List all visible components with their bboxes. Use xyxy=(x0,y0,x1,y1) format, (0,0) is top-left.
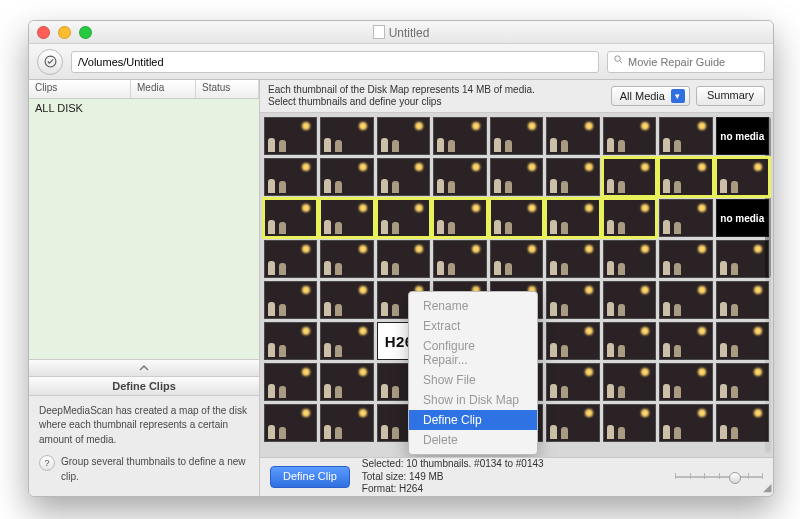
thumb[interactable] xyxy=(264,117,317,155)
thumb[interactable] xyxy=(264,363,317,401)
clip-list[interactable]: ALL DISK xyxy=(29,99,259,359)
thumb[interactable] xyxy=(264,322,317,360)
thumb[interactable] xyxy=(546,404,599,442)
panel-title: Define Clips xyxy=(29,377,259,396)
define-clip-button[interactable]: Define Clip xyxy=(270,466,350,488)
selection-info: Selected: 10 thumbnails. #0134 to #0143 … xyxy=(362,458,544,496)
thumb[interactable] xyxy=(320,281,373,319)
thumb[interactable] xyxy=(659,158,712,196)
thumb[interactable] xyxy=(433,240,486,278)
col-media[interactable]: Media xyxy=(131,80,196,98)
menu-show-in-disk-map[interactable]: Show in Disk Map xyxy=(409,390,537,410)
thumb[interactable] xyxy=(320,117,373,155)
thumb[interactable] xyxy=(546,199,599,237)
thumb[interactable] xyxy=(320,363,373,401)
thumb[interactable] xyxy=(433,199,486,237)
media-filter-select[interactable]: All Media ▾ xyxy=(611,86,690,106)
thumb[interactable] xyxy=(546,158,599,196)
thumb[interactable] xyxy=(320,404,373,442)
summary-button[interactable]: Summary xyxy=(696,86,765,106)
thumb[interactable] xyxy=(320,322,373,360)
thumb[interactable] xyxy=(603,281,656,319)
thumb[interactable] xyxy=(659,322,712,360)
thumb[interactable] xyxy=(659,117,712,155)
thumb[interactable] xyxy=(546,240,599,278)
thumb[interactable] xyxy=(716,158,769,196)
thumb[interactable] xyxy=(490,199,543,237)
titlebar: Untitled xyxy=(29,21,773,44)
help-icon[interactable]: ? xyxy=(39,455,55,471)
menu-configure-repair[interactable]: Configure Repair... xyxy=(409,336,537,370)
search-icon xyxy=(613,54,624,67)
thumb[interactable] xyxy=(377,158,430,196)
footer: Define Clip Selected: 10 thumbnails. #01… xyxy=(260,457,773,496)
thumb[interactable] xyxy=(264,158,317,196)
thumb[interactable] xyxy=(546,322,599,360)
thumb[interactable] xyxy=(603,199,656,237)
thumb[interactable] xyxy=(603,117,656,155)
thumb[interactable] xyxy=(377,199,430,237)
chevron-updown-icon: ▾ xyxy=(671,89,685,103)
help-text: Group several thumbnails to define a new… xyxy=(61,455,249,484)
svg-line-2 xyxy=(620,60,622,62)
thumb[interactable] xyxy=(490,117,543,155)
check-circle-icon xyxy=(44,55,57,68)
resize-handle-icon[interactable]: ◢ xyxy=(763,481,771,494)
menu-rename[interactable]: Rename xyxy=(409,296,537,316)
thumb[interactable] xyxy=(377,117,430,155)
document-icon xyxy=(373,25,385,39)
slider-knob[interactable] xyxy=(729,472,741,484)
thumb[interactable] xyxy=(659,281,712,319)
thumb[interactable] xyxy=(659,404,712,442)
chevron-up-icon xyxy=(139,364,149,372)
menu-extract[interactable]: Extract xyxy=(409,316,537,336)
thumb[interactable] xyxy=(603,322,656,360)
col-clips[interactable]: Clips xyxy=(29,80,131,98)
thumb[interactable] xyxy=(716,322,769,360)
thumb[interactable] xyxy=(716,404,769,442)
thumb[interactable] xyxy=(716,240,769,278)
thumb[interactable] xyxy=(659,240,712,278)
scan-button[interactable] xyxy=(37,49,63,75)
thumb[interactable] xyxy=(716,363,769,401)
zoom-slider[interactable] xyxy=(675,470,763,484)
thumb[interactable] xyxy=(264,281,317,319)
svg-point-1 xyxy=(615,55,621,61)
thumb[interactable] xyxy=(264,404,317,442)
toolbar xyxy=(29,44,773,80)
thumb[interactable] xyxy=(490,158,543,196)
collapse-handle[interactable] xyxy=(29,359,259,377)
thumb[interactable] xyxy=(320,158,373,196)
thumb[interactable] xyxy=(716,281,769,319)
path-input[interactable] xyxy=(71,51,599,73)
thumb[interactable] xyxy=(546,363,599,401)
menu-define-clip[interactable]: Define Clip xyxy=(409,410,537,430)
list-item[interactable]: ALL DISK xyxy=(35,102,253,114)
thumb[interactable] xyxy=(603,240,656,278)
thumb[interactable] xyxy=(264,199,317,237)
thumb[interactable] xyxy=(603,363,656,401)
thumb[interactable] xyxy=(659,199,712,237)
thumb[interactable] xyxy=(546,281,599,319)
menu-show-file[interactable]: Show File xyxy=(409,370,537,390)
thumb[interactable] xyxy=(377,240,430,278)
thumb[interactable] xyxy=(320,240,373,278)
context-menu: Rename Extract Configure Repair... Show … xyxy=(408,291,538,455)
thumb[interactable] xyxy=(264,240,317,278)
thumb[interactable] xyxy=(433,158,486,196)
thumb[interactable] xyxy=(490,240,543,278)
disk-map[interactable]: no mediano mediaH264 Rename Extract Conf… xyxy=(260,113,773,457)
thumb-no-media[interactable]: no media xyxy=(716,117,769,155)
search-input[interactable] xyxy=(607,51,765,73)
thumb[interactable] xyxy=(603,404,656,442)
thumb[interactable] xyxy=(659,363,712,401)
menu-delete[interactable]: Delete xyxy=(409,430,537,450)
thumb[interactable] xyxy=(603,158,656,196)
left-sidebar: Clips Media Status ALL DISK Define Clips… xyxy=(29,80,260,496)
thumb[interactable] xyxy=(433,117,486,155)
thumb[interactable] xyxy=(546,117,599,155)
thumb-no-media[interactable]: no media xyxy=(716,199,769,237)
col-status[interactable]: Status xyxy=(196,80,259,98)
right-header: Each thumbnail of the Disk Map represent… xyxy=(260,80,773,113)
thumb[interactable] xyxy=(320,199,373,237)
